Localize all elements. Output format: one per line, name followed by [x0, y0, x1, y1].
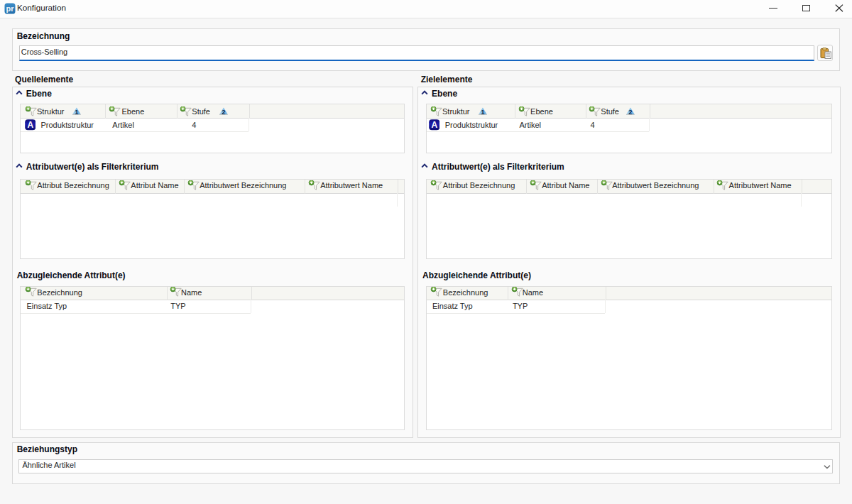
svg-text:2: 2 [628, 108, 632, 116]
svg-text:2: 2 [222, 108, 225, 116]
svg-text:A: A [27, 120, 33, 130]
svg-text:A: A [431, 120, 437, 130]
svg-text:1: 1 [75, 108, 79, 116]
svg-text:1: 1 [481, 108, 485, 116]
svg-text:pr: pr [6, 4, 15, 13]
